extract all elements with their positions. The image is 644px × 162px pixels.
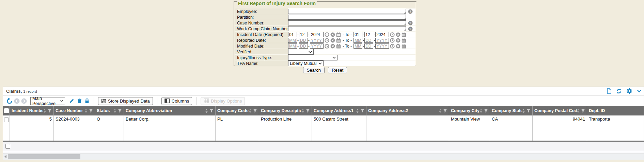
calendar-icon[interactable] [336,32,341,37]
column-header-company-description[interactable]: Company Description [259,106,312,115]
incident-to-month-input[interactable] [354,32,362,37]
gear-icon[interactable] [626,88,632,94]
reported-to-year-input[interactable] [375,38,389,43]
filter-icon[interactable] [306,109,310,113]
clear-date-icon[interactable] [330,38,335,43]
calendar-icon[interactable] [336,38,341,43]
store-displayed-data-button[interactable]: Store Displayed Data [98,97,153,105]
sort-icon[interactable] [301,109,304,113]
modified-to-month-input[interactable] [354,43,362,49]
column-header-case-number[interactable]: Case Number [54,106,95,115]
delete-trash-icon[interactable] [77,98,82,104]
reset-button[interactable]: Reset [328,67,347,73]
column-header-status[interactable]: Status [95,106,124,115]
time-picker-icon[interactable] [390,32,395,37]
calendar-icon[interactable] [402,44,406,49]
filter-icon[interactable] [360,109,364,113]
sort-icon[interactable] [577,109,580,113]
column-header-company-abbreviation[interactable]: Company Abbreviation [124,106,216,115]
filter-icon[interactable] [581,109,585,113]
modified-to-day-input[interactable] [364,43,373,49]
column-header-company-postal-code[interactable]: Company Postal Code [533,106,587,115]
reported-to-day-input[interactable] [364,38,373,43]
sort-icon[interactable] [356,109,359,113]
calendar-icon[interactable] [402,38,406,43]
sort-icon[interactable] [43,109,46,113]
modified-from-year-input[interactable] [310,43,324,49]
new-document-icon[interactable] [607,88,612,94]
sort-icon[interactable] [439,109,442,113]
collapse-chevron-icon[interactable] [637,89,642,93]
verified-select[interactable] [288,49,314,55]
filter-icon[interactable] [89,109,93,113]
column-header-company-code[interactable]: Company Code [216,106,259,115]
incident-to-day-input[interactable] [364,32,373,37]
reported-from-month-input[interactable] [288,38,297,43]
time-picker-icon[interactable] [390,44,395,49]
row-checkbox[interactable] [4,118,9,122]
injury-type-select[interactable] [288,55,337,60]
columns-button[interactable]: Columns [161,97,192,105]
scrollbar-thumb[interactable] [8,154,80,159]
lock-icon[interactable] [84,98,90,104]
edit-pencil-icon[interactable] [69,98,75,104]
column-header-incident-number[interactable]: Incident Number [10,106,54,115]
partition-input[interactable] [288,15,406,20]
sort-icon[interactable] [113,109,116,113]
reported-to-month-input[interactable] [354,38,362,43]
sort-icon[interactable] [84,109,88,113]
undo-icon[interactable] [6,98,13,104]
modified-from-month-input[interactable] [288,43,297,49]
clear-date-icon[interactable] [330,44,335,49]
incident-from-year-input[interactable] [310,32,324,37]
filter-icon[interactable] [209,109,214,113]
horizontal-scrollbar[interactable] [3,154,644,160]
work-comp-input[interactable] [288,26,406,31]
tpa-select[interactable]: Liberty Mutual [288,60,324,66]
table-row[interactable]: 5 S2024-0003 O Better Corp. PL Productio… [3,115,644,141]
scroll-left-arrow-icon[interactable] [4,155,6,158]
clear-date-icon[interactable] [396,38,400,43]
filter-icon[interactable] [484,109,488,113]
reported-from-year-input[interactable] [310,38,324,43]
incident-from-month-input[interactable] [288,32,297,37]
time-picker-icon[interactable] [325,38,329,43]
filter-icon[interactable] [48,109,52,113]
previous-perspective-icon[interactable] [14,98,20,104]
time-picker-icon[interactable] [390,38,395,43]
filter-icon[interactable] [118,109,122,113]
refresh-icon[interactable] [616,88,622,94]
clear-date-icon[interactable] [396,44,400,49]
time-picker-icon[interactable] [325,32,329,37]
modified-to-year-input[interactable] [375,43,389,49]
incident-to-year-input[interactable] [375,32,389,37]
incident-from-day-input[interactable] [299,32,308,37]
footer-checkbox[interactable] [5,144,10,149]
column-header-company-state[interactable]: Company State [490,106,533,115]
sort-icon[interactable] [205,109,208,113]
sort-icon[interactable] [249,109,252,113]
column-header-company-address2[interactable]: Company Address2 [366,106,449,115]
column-header-company-address1[interactable]: Company Address1 [312,106,366,115]
modified-from-day-input[interactable] [299,43,308,49]
search-button[interactable]: Search [303,67,325,73]
employee-input[interactable] [288,9,406,14]
clear-date-icon[interactable] [396,32,400,37]
case-number-input[interactable] [288,20,406,25]
filter-icon[interactable] [527,109,531,113]
sort-icon[interactable] [480,109,483,113]
filter-icon[interactable] [253,109,257,113]
select-all-checkbox[interactable] [4,108,9,113]
clear-date-icon[interactable] [330,32,335,37]
column-header-dept-id[interactable]: Dept. ID [587,106,644,115]
next-perspective-icon[interactable] [21,98,27,104]
reported-from-day-input[interactable] [299,38,308,43]
filter-icon[interactable] [443,109,447,113]
help-icon[interactable]: ? [408,21,413,25]
time-picker-icon[interactable] [325,44,329,49]
perspective-select[interactable]: Main Perspective [30,97,65,105]
help-icon[interactable]: ? [408,26,413,31]
calendar-icon[interactable] [336,44,341,49]
help-icon[interactable]: ? [408,9,413,14]
sort-icon[interactable] [522,109,525,113]
